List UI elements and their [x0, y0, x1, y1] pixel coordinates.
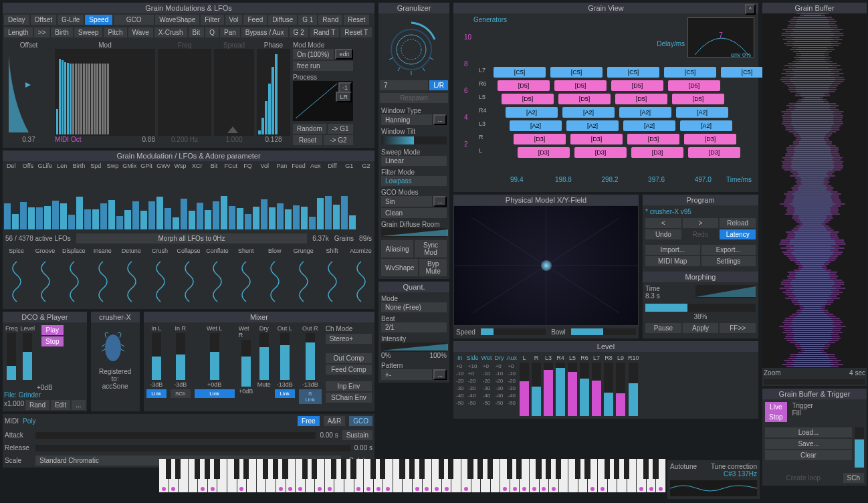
window-hanning[interactable]: Hanning [381, 114, 432, 125]
bowl-slider[interactable] [571, 328, 636, 335]
prog-settings[interactable]: Settings [701, 256, 756, 266]
prog-export[interactable]: Export... [701, 245, 756, 255]
trig-load[interactable]: Load... [765, 427, 852, 437]
grain-block[interactable]: [A2] [623, 120, 675, 131]
morph-time-slider[interactable] [695, 285, 756, 298]
grain-block[interactable]: [D3] [627, 134, 679, 144]
btn-bit[interactable]: Bit [189, 27, 205, 37]
trig-clear[interactable]: Clear [765, 450, 852, 460]
morph-apply[interactable]: Apply [683, 323, 719, 333]
grain-block[interactable]: [D3] [684, 134, 736, 144]
diffuse-slider[interactable] [381, 228, 447, 237]
bypmute-btn[interactable]: Byp Mute [419, 259, 447, 276]
btn-g2[interactable]: G 2 [290, 27, 308, 37]
grain-block[interactable]: [D3] [514, 134, 566, 144]
zoom-slider[interactable] [764, 379, 865, 385]
release-slider[interactable] [35, 445, 350, 451]
btn-feed[interactable]: Feed [243, 15, 267, 25]
quant-pattern[interactable]: +- [381, 369, 432, 380]
prog-reload[interactable]: Reload [720, 218, 756, 228]
process-graph[interactable]: -1 LR [293, 81, 353, 121]
grain-view-area[interactable]: Generators Delay/ms 7 env 0% 10 8 6 4 2 [453, 13, 758, 187]
btn-xcrush[interactable]: X-Crush [154, 27, 187, 37]
mod-edit[interactable]: edit [335, 49, 353, 60]
phase-control[interactable]: Phase 0.128 [257, 41, 290, 145]
prog-latency[interactable]: Latency [720, 229, 756, 239]
spread-control[interactable]: Spread 1.000 [214, 41, 254, 145]
btn-q[interactable]: Q [205, 27, 219, 37]
btn-sweep[interactable]: Sweep [74, 27, 103, 37]
mod-on[interactable]: On (100%) [293, 49, 334, 60]
grain-block[interactable]: [A2] [510, 120, 562, 131]
preset-name[interactable]: * crusher-X v95 [645, 208, 756, 215]
gran-7[interactable]: 7 [380, 80, 428, 90]
aliasing-btn[interactable]: Aliasing [381, 240, 413, 258]
quant-beat[interactable]: 2/1 [381, 322, 447, 332]
btn-filter[interactable]: Filter [201, 15, 223, 25]
trig-live[interactable]: Live [765, 402, 787, 412]
dco-dots[interactable]: ... [72, 400, 85, 410]
prog-redo[interactable]: Redo [683, 229, 719, 239]
grain-block[interactable]: [D5] [502, 94, 554, 104]
btn-randt[interactable]: Rand T [310, 27, 340, 37]
sweep-linear[interactable]: Linear [381, 156, 447, 166]
xy-dot[interactable] [541, 260, 552, 271]
grain-block[interactable]: [D5] [668, 80, 720, 91]
xy-field[interactable] [453, 205, 639, 326]
process-lr[interactable]: LR [336, 92, 352, 102]
btn-glife[interactable]: G-Life [58, 15, 84, 25]
grain-block[interactable]: [A2] [562, 107, 615, 118]
schain-env[interactable]: SChain Env [326, 393, 372, 403]
grain-block[interactable]: [D5] [672, 94, 724, 104]
dco-file[interactable]: File: Grinder [4, 391, 86, 399]
btn-length[interactable]: Length [4, 27, 33, 37]
grain-block[interactable]: [D5] [498, 80, 550, 91]
attack-slider[interactable] [35, 432, 316, 439]
mixer-fader-1[interactable] [176, 333, 185, 380]
prog-midimap[interactable]: MIDI Map [645, 256, 700, 266]
midi-free[interactable]: Free [298, 416, 320, 426]
gran-lr[interactable]: L/R [429, 80, 448, 90]
grain-buffer-waveform[interactable] [762, 13, 867, 368]
midi-poly[interactable]: Poly [23, 417, 35, 425]
sustain-btn[interactable]: Sustain [342, 430, 372, 440]
btn-random[interactable]: Random [293, 124, 326, 134]
trig-stop[interactable]: Stop [765, 412, 787, 422]
grain-block[interactable]: [D3] [570, 134, 623, 144]
grain-block[interactable]: [C5] [607, 67, 659, 78]
window-more[interactable]: ... [433, 114, 447, 125]
morph-pause[interactable]: Pause [645, 323, 681, 333]
btn-diffuse[interactable]: Diffuse [268, 15, 297, 25]
btn-resett[interactable]: Reset T [340, 27, 372, 37]
btn-rand[interactable]: Rand [318, 15, 342, 25]
mixer-fader-2[interactable] [210, 333, 219, 380]
grain-block[interactable]: [D3] [518, 147, 570, 158]
btn-offset[interactable]: Offset [31, 15, 57, 25]
grain-block[interactable]: [D3] [631, 147, 683, 158]
gco-clean[interactable]: Clean [381, 208, 447, 218]
speed-slider[interactable] [481, 328, 546, 335]
mod-control[interactable]: Mod MIDI Oct 0.88 [55, 41, 155, 145]
morph-btn[interactable]: Morph all LFOs to 0Hz [76, 233, 307, 243]
keyboard[interactable] [159, 459, 666, 492]
grain-block[interactable]: [A2] [676, 107, 728, 118]
dco-edit[interactable]: Edit [51, 400, 70, 410]
prog-next[interactable]: > [683, 218, 719, 228]
create-loop[interactable]: Create loop [765, 473, 842, 483]
grain-block[interactable]: [C5] [664, 67, 716, 78]
dco-play[interactable]: Play [41, 325, 64, 335]
dco-stop[interactable]: Stop [41, 336, 64, 346]
btn-gco[interactable]: GCO [114, 15, 154, 25]
granulizer-dial[interactable] [381, 16, 441, 76]
btn-delay[interactable]: Delay [4, 15, 29, 25]
btn-speed[interactable]: Speed [85, 15, 112, 25]
mixer-fader-5[interactable] [280, 333, 290, 380]
syncmod-btn[interactable]: Sync Mod [415, 240, 447, 258]
ch-stereo[interactable]: Stereo+ [326, 334, 372, 344]
btn-next[interactable]: >> [34, 27, 50, 37]
mixer-fader-3[interactable] [241, 340, 251, 387]
out-comp[interactable]: Out Comp [326, 353, 372, 363]
mod-freerun[interactable]: free run [293, 61, 353, 71]
prog-import[interactable]: Import... [645, 245, 700, 255]
midi-gco[interactable]: GCO [349, 416, 372, 426]
